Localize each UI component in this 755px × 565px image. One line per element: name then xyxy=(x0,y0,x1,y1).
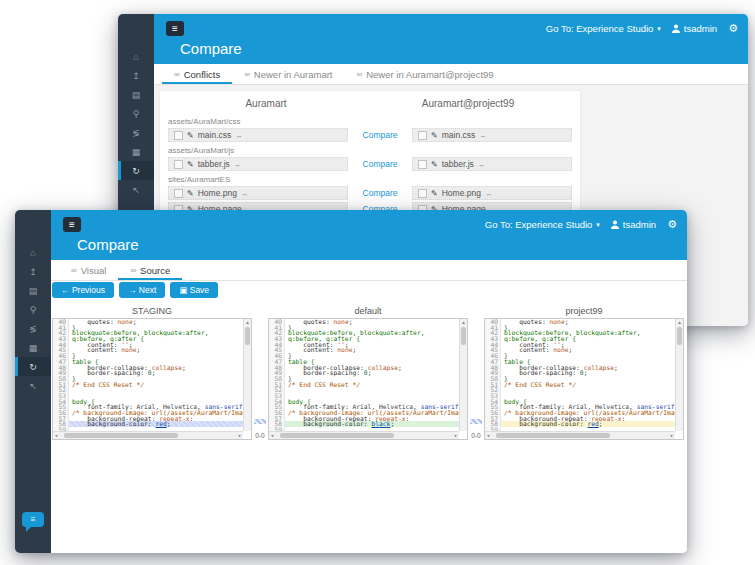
sidebar-item-upload[interactable]: ↥ xyxy=(118,66,154,85)
file-checkbox[interactable] xyxy=(418,160,427,169)
goto-menu[interactable]: Go To: Experience Studio ▾ xyxy=(546,23,661,34)
file-cell-right: ✎Home.png↔ xyxy=(412,186,572,200)
diff-panels: 40 quotes: none;41}42blockquote:before, … xyxy=(52,318,684,440)
edit-icon[interactable]: ✎ xyxy=(187,189,194,198)
tab-newer-in-auramart[interactable]: ∞Newer in Auramart xyxy=(232,64,344,84)
scroll-left-icon[interactable]: ◂ xyxy=(55,432,57,439)
scroll-up-icon[interactable]: ▲ xyxy=(460,319,467,326)
link-icon: ∞ xyxy=(357,70,363,79)
sync-arrow-icon: ↔ xyxy=(485,189,493,198)
file-checkbox[interactable] xyxy=(418,189,427,198)
sidebar-item-save[interactable]: ▤ xyxy=(118,85,154,104)
sidebar-item-home[interactable]: ⌂ xyxy=(118,47,154,66)
page-title: Compare xyxy=(77,236,139,253)
tab-visual[interactable]: ∞Visual xyxy=(59,260,118,280)
file-checkbox[interactable] xyxy=(174,160,183,169)
tab-label: Visual xyxy=(81,265,107,276)
code-editor-project99[interactable]: 40 quotes: none;41}42blockquote:before, … xyxy=(484,318,684,440)
sidebar-item-home[interactable]: ⌂ xyxy=(15,243,51,262)
panel-title: STAGING xyxy=(52,306,252,316)
horizontal-scrollbar[interactable]: ◂▸ xyxy=(485,431,675,439)
compare-link[interactable]: Compare xyxy=(363,130,398,140)
scroll-right-icon[interactable]: ▸ xyxy=(671,432,673,439)
group-path: assets/AuraMart/css xyxy=(168,117,572,126)
user-menu[interactable]: tsadmin xyxy=(611,219,656,230)
gear-icon[interactable]: ⚙ xyxy=(728,22,738,35)
page-title: Compare xyxy=(180,40,242,57)
app-header: ≡ Go To: Experience Studio ▾ tsadmin ⚙ C… xyxy=(154,14,748,64)
menu-icon[interactable]: ≡ xyxy=(63,217,81,232)
tab-source[interactable]: ∞Source xyxy=(118,260,182,280)
user-menu[interactable]: tsadmin xyxy=(672,23,717,34)
diff-counter: 0-0 xyxy=(468,432,484,439)
scroll-left-icon[interactable]: ◂ xyxy=(271,432,273,439)
goto-menu[interactable]: Go To: Experience Studio ▾ xyxy=(485,219,600,230)
horizontal-scrollbar[interactable]: ◂▸ xyxy=(53,431,243,439)
gear-icon[interactable]: ⚙ xyxy=(667,218,677,231)
source-toolbar: ← Previous → Next ▣ Save xyxy=(52,282,218,298)
file-checkbox[interactable] xyxy=(418,131,427,140)
edit-icon[interactable]: ✎ xyxy=(187,160,194,169)
sidebar-item-search[interactable]: ⚲ xyxy=(15,300,51,319)
sidebar-item-grid[interactable]: ▦ xyxy=(118,142,154,161)
arrow-right-icon: → xyxy=(128,285,137,295)
edit-icon[interactable]: ✎ xyxy=(431,160,438,169)
edit-icon[interactable]: ✎ xyxy=(187,131,194,140)
home-icon: ⌂ xyxy=(133,52,138,62)
tab-label: Newer in Auramart xyxy=(254,69,333,80)
file-checkbox[interactable] xyxy=(174,131,183,140)
code-lines: 40 quotes: none;41}42blockquote:before, … xyxy=(53,319,243,431)
scroll-up-icon[interactable]: ▲ xyxy=(676,319,683,326)
sidebar-item-code[interactable]: ≶ xyxy=(15,319,51,338)
sidebar-item-pointer[interactable]: ↖ xyxy=(118,180,154,199)
app-header: ≡ Go To: Experience Studio ▾ tsadmin ⚙ C… xyxy=(51,210,687,260)
sidebar-item-search[interactable]: ⚲ xyxy=(118,104,154,123)
file-cell-left: ✎main.css↔ xyxy=(168,128,348,142)
desktop: ⌂↥▤⚲≶▦↻↖ ≡ Go To: Experience Studio ▾ ts… xyxy=(0,0,755,565)
file-name: main.css xyxy=(198,130,232,140)
chat-icon[interactable]: ≡ xyxy=(22,512,44,527)
next-button[interactable]: → Next xyxy=(119,282,165,298)
user-icon xyxy=(611,220,619,229)
merge-gutter: 0-0 xyxy=(252,318,268,440)
diff-counter: 0-0 xyxy=(252,432,268,439)
file-row: ✎main.css↔Compare✎main.css↔ xyxy=(168,128,572,142)
sidebar-item-upload[interactable]: ↥ xyxy=(15,262,51,281)
code-editor-default[interactable]: 40 quotes: none;41}42blockquote:before, … xyxy=(268,318,468,440)
sidebar-item-compare[interactable]: ↻ xyxy=(15,357,51,376)
file-checkbox[interactable] xyxy=(174,189,183,198)
sync-arrow-icon: ↔ xyxy=(479,131,487,140)
tab-newer-in-auramart-project99[interactable]: ∞Newer in Auramart@project99 xyxy=(345,64,506,84)
horizontal-scrollbar[interactable]: ◂▸ xyxy=(269,431,459,439)
menu-icon[interactable]: ≡ xyxy=(166,21,184,36)
code-lines: 40 quotes: none;41}42blockquote:before, … xyxy=(485,319,675,431)
scroll-right-icon[interactable]: ▸ xyxy=(455,432,457,439)
sync-arrow-icon: ↔ xyxy=(241,189,249,198)
tab-conflicts[interactable]: ∞Conflicts xyxy=(162,64,232,84)
save-button[interactable]: ▣ Save xyxy=(170,282,218,298)
sidebar-item-code[interactable]: ≶ xyxy=(118,123,154,142)
file-cell-left: ✎Home.png↔ xyxy=(168,186,348,200)
group-path: assets/AuraMart/js xyxy=(168,146,572,155)
vertical-scrollbar[interactable]: ▲ xyxy=(243,319,251,431)
code-editor-staging[interactable]: 40 quotes: none;41}42blockquote:before, … xyxy=(52,318,252,440)
edit-icon[interactable]: ✎ xyxy=(431,131,438,140)
scroll-up-icon[interactable]: ▲ xyxy=(244,319,251,326)
vertical-scrollbar[interactable]: ▲ xyxy=(459,319,467,431)
edit-icon[interactable]: ✎ xyxy=(431,189,438,198)
compare-cell: Compare xyxy=(348,157,412,171)
sidebar-item-grid[interactable]: ▦ xyxy=(15,338,51,357)
compare-link[interactable]: Compare xyxy=(363,188,398,198)
pointer-icon: ↖ xyxy=(29,381,37,391)
vertical-scrollbar[interactable]: ▲ xyxy=(675,319,683,431)
scroll-right-icon[interactable]: ▸ xyxy=(239,432,241,439)
sidebar-item-save[interactable]: ▤ xyxy=(15,281,51,300)
panel-title: project99 xyxy=(484,306,684,316)
file-cell-left: ✎tabber.js↔ xyxy=(168,157,348,171)
sidebar-item-compare[interactable]: ↻ xyxy=(118,161,154,180)
sidebar-item-pointer[interactable]: ↖ xyxy=(15,376,51,395)
scroll-left-icon[interactable]: ◂ xyxy=(487,432,489,439)
compare-link[interactable]: Compare xyxy=(363,159,398,169)
file-name: Home.png xyxy=(442,188,481,198)
previous-button[interactable]: ← Previous xyxy=(52,282,114,298)
